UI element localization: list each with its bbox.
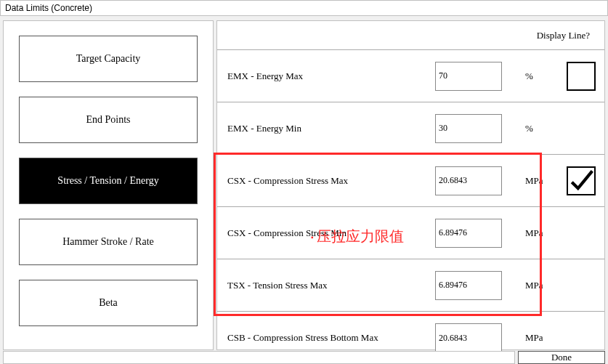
nav-label: End Points — [86, 114, 130, 126]
row-unit: MPa — [502, 280, 546, 291]
row-unit: % — [502, 123, 546, 134]
done-label: Done — [551, 352, 572, 363]
emx-max-display-checkbox[interactable] — [567, 62, 596, 91]
row-label: EMX - Energy Max — [217, 70, 435, 82]
nav-beta[interactable]: Beta — [19, 280, 198, 326]
csx-max-input[interactable] — [435, 166, 502, 195]
emx-min-input[interactable] — [435, 114, 502, 143]
main-panel: Display Line? EMX - Energy Max % EMX - E… — [216, 20, 605, 350]
nav-target-capacity[interactable]: Target Capacity — [19, 36, 198, 82]
row-emx-max: EMX - Energy Max % — [217, 50, 604, 102]
row-label: EMX - Energy Min — [217, 123, 435, 134]
csx-max-display-checkbox[interactable] — [567, 166, 596, 195]
row-unit: % — [502, 70, 546, 82]
display-line-header: Display Line? — [537, 30, 590, 41]
checkmark-icon — [569, 169, 593, 193]
row-label: CSX - Compression Stress Max — [217, 175, 435, 187]
nav-hammer-stroke-rate[interactable]: Hammer Stroke / Rate — [19, 219, 198, 265]
nav-end-points[interactable]: End Points — [19, 97, 198, 143]
nav-stress-tension-energy[interactable]: Stress / Tension / Energy — [19, 158, 198, 204]
row-unit: MPa — [502, 175, 546, 187]
nav-label: Beta — [99, 297, 118, 309]
done-button[interactable]: Done — [518, 351, 605, 364]
row-unit: MPa — [502, 332, 546, 344]
row-csx-min: CSX - Compression Stress Min MPa — [217, 207, 604, 259]
tsx-max-input[interactable] — [435, 271, 502, 300]
window-title: Data Limits (Concrete) — [5, 3, 92, 13]
row-label: CSB - Compression Stress Bottom Max — [217, 332, 435, 344]
window-titlebar: Data Limits (Concrete) — [0, 0, 608, 16]
header-row: Display Line? — [217, 21, 604, 50]
nav-label: Target Capacity — [76, 53, 141, 65]
row-tsx-max: TSX - Tension Stress Max MPa — [217, 259, 604, 312]
emx-max-input[interactable] — [435, 62, 502, 91]
csx-min-input[interactable] — [435, 219, 502, 248]
row-label: TSX - Tension Stress Max — [217, 280, 435, 291]
footer-spacer — [3, 351, 515, 364]
nav-label: Stress / Tension / Energy — [57, 175, 158, 187]
nav-label: Hammer Stroke / Rate — [62, 236, 154, 248]
row-emx-min: EMX - Energy Min % — [217, 102, 604, 155]
row-label: CSX - Compression Stress Min — [217, 227, 435, 239]
row-csx-max: CSX - Compression Stress Max MPa — [217, 155, 604, 207]
sidebar: Target Capacity End Points Stress / Tens… — [3, 20, 214, 350]
row-unit: MPa — [502, 227, 546, 239]
csb-max-input[interactable] — [435, 323, 502, 352]
